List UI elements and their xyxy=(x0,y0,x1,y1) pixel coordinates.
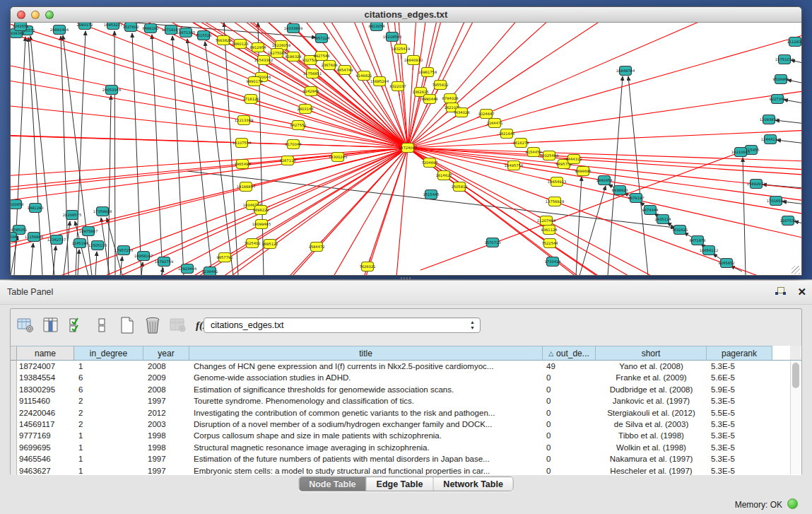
table-cell[interactable]: 6 xyxy=(74,384,143,395)
tab-node-table[interactable]: Node Table xyxy=(299,477,366,491)
citation-edge[interactable] xyxy=(132,33,141,276)
selected-edge[interactable] xyxy=(408,148,801,276)
table-cell[interactable]: 5.3E-5 xyxy=(707,465,772,475)
selected-edge[interactable] xyxy=(408,148,801,276)
graph-node[interactable]: 1570713 xyxy=(484,238,500,247)
select-columns-icon[interactable] xyxy=(66,315,87,336)
graph-node[interactable]: 10958107 xyxy=(134,252,153,261)
graph-node[interactable]: 7663822 xyxy=(215,36,231,45)
graph-node[interactable]: 20053346 xyxy=(102,86,121,95)
citation-edge[interactable] xyxy=(628,76,648,276)
table-cell[interactable]: Changes of HCN gene expression and I(f) … xyxy=(189,361,543,372)
citation-edge[interactable] xyxy=(114,31,115,276)
citation-network-graph[interactable]: 1405572193936422435512069140620931721095… xyxy=(11,23,801,276)
table-cell[interactable]: 18724007 xyxy=(17,361,74,372)
table-cell[interactable]: 0 xyxy=(543,419,596,430)
graph-node[interactable]: 7955812 xyxy=(432,81,448,90)
graph-node[interactable]: 7626021 xyxy=(359,262,375,271)
graph-node[interactable]: 16671385 xyxy=(177,28,195,37)
selected-edge[interactable] xyxy=(408,23,801,148)
table-cell[interactable]: 5.3E-5 xyxy=(707,395,772,407)
table-cell[interactable]: 5.3E-5 xyxy=(707,453,772,465)
table-cell[interactable]: 2 xyxy=(74,395,143,407)
column-header-year[interactable]: year xyxy=(143,346,189,361)
graph-node[interactable]: 16033809 xyxy=(284,24,302,33)
show-column-icon[interactable] xyxy=(40,315,61,336)
selected-edge[interactable] xyxy=(20,23,408,148)
tab-network-table[interactable]: Network Table xyxy=(433,477,513,491)
table-cell[interactable]: Franke et al. (2009) xyxy=(596,372,707,383)
citation-edge[interactable] xyxy=(53,246,56,276)
memory-status-led[interactable] xyxy=(787,498,798,509)
graph-node[interactable]: 9245652 xyxy=(718,259,734,268)
table-cell[interactable]: Genome-wide association studies in ADHD. xyxy=(189,372,543,383)
table-cell[interactable]: 0 xyxy=(543,395,596,407)
graph-node[interactable]: 18325419 xyxy=(392,45,410,54)
table-row[interactable]: 1456911722003Disruption of a novel membe… xyxy=(11,419,801,430)
table-cell[interactable]: 5.5E-5 xyxy=(707,407,772,419)
network-view-window[interactable]: citations_edges.txt 14055721939364224355… xyxy=(10,6,802,276)
table-cell[interactable]: 9699695 xyxy=(17,442,74,453)
graph-node[interactable]: 19654923 xyxy=(548,177,566,187)
graph-node[interactable]: 8927546 xyxy=(313,52,329,61)
graph-node[interactable]: 8267110 xyxy=(279,156,295,165)
table-cell[interactable]: 0 xyxy=(543,384,596,395)
graph-node[interactable]: 1695122 xyxy=(261,240,278,249)
selected-edge[interactable] xyxy=(408,23,801,148)
table-cell[interactable]: Disruption of a novel member of a sodium… xyxy=(189,419,543,430)
citation-edge[interactable] xyxy=(172,36,184,276)
citation-edge[interactable] xyxy=(108,95,111,276)
graph-node[interactable]: 9361124 xyxy=(541,226,558,235)
selected-edge[interactable] xyxy=(408,148,801,276)
graph-node[interactable]: 9239461 xyxy=(201,267,218,276)
graph-node[interactable]: 1164471 xyxy=(486,119,502,128)
panel-divider-handle[interactable] xyxy=(401,277,411,280)
table-cell[interactable]: Structural magnetic resonance image aver… xyxy=(189,442,543,453)
graph-node[interactable]: 1024647 xyxy=(478,110,494,119)
table-cell[interactable]: 9777169 xyxy=(17,430,74,441)
table-cell[interactable]: Nakamura et al. (1997) xyxy=(596,453,707,465)
graph-node[interactable]: 12505135 xyxy=(88,241,107,250)
network-canvas[interactable]: 1405572193936422435512069140620931721095… xyxy=(11,23,801,276)
table-cell[interactable]: 1997 xyxy=(143,465,189,475)
graph-node[interactable]: 1733426 xyxy=(544,257,560,267)
table-cell[interactable]: 14569117 xyxy=(17,419,74,430)
citation-edge[interactable] xyxy=(30,243,33,276)
citation-edge[interactable] xyxy=(782,201,801,205)
citation-edge[interactable] xyxy=(784,100,801,105)
graph-node[interactable]: 7204697 xyxy=(421,158,437,168)
graph-node[interactable]: 1167533 xyxy=(779,216,796,226)
graph-node[interactable]: 1614627 xyxy=(435,171,452,180)
selected-edge[interactable] xyxy=(11,118,408,148)
window-resize-grip[interactable] xyxy=(792,266,800,274)
table-cell[interactable]: Tibbo et al. (1998) xyxy=(596,430,707,441)
graph-node[interactable]: 1112839 xyxy=(787,37,801,47)
new-table-icon[interactable] xyxy=(117,315,138,336)
table-row[interactable]: 1938455462009Genome-wide association stu… xyxy=(11,372,801,383)
graph-node[interactable]: 7434028 xyxy=(453,108,469,117)
selected-edge[interactable] xyxy=(408,23,801,148)
table-vertical-scrollbar[interactable] xyxy=(790,361,801,474)
table-cell[interactable]: 2 xyxy=(74,419,143,430)
table-cell[interactable]: Stergiakouli et al. (2012) xyxy=(596,407,707,419)
graph-node[interactable]: 2243551 xyxy=(12,23,28,31)
graph-node[interactable]: 8912954 xyxy=(249,43,266,52)
selected-edge[interactable] xyxy=(408,148,801,276)
tab-edge-table[interactable]: Edge Table xyxy=(367,477,434,491)
table-cell[interactable]: 49 xyxy=(543,361,596,372)
table-row[interactable]: 969969511998Structural magnetic resonanc… xyxy=(11,442,801,453)
selected-edge[interactable] xyxy=(408,148,801,276)
graph-node[interactable]: 8454749 xyxy=(336,66,353,75)
graph-node[interactable]: 6466160 xyxy=(142,24,158,33)
graph-node[interactable]: 1498222 xyxy=(252,206,269,215)
table-cell[interactable]: Tourette syndrome. Phenomenology and cla… xyxy=(189,395,543,407)
citation-edge[interactable] xyxy=(787,80,801,85)
table-cell[interactable]: 0 xyxy=(543,465,596,475)
table-cell[interactable]: Jankovic et al. (1997) xyxy=(596,395,707,407)
graph-node[interactable]: 12093872 xyxy=(760,115,778,124)
graph-node[interactable]: 8444312 xyxy=(565,155,582,164)
graph-node[interactable]: 9890178 xyxy=(246,77,262,86)
table-cell[interactable]: Investigating the contribution of common… xyxy=(189,407,543,419)
graph-node[interactable]: 9227343 xyxy=(769,95,785,104)
table-cell[interactable]: 5.6E-5 xyxy=(707,372,772,383)
